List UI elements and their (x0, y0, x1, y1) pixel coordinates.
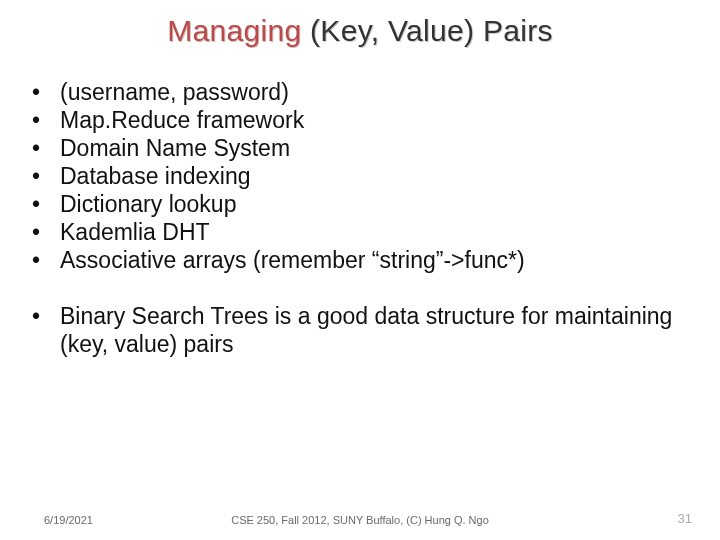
bullet-icon: • (30, 218, 60, 246)
title-accent: Managing (167, 14, 310, 47)
list-item: •Dictionary lookup (30, 190, 690, 218)
footer-course: CSE 250, Fall 2012, SUNY Buffalo, (C) Hu… (0, 514, 720, 526)
list-item: •Kademlia DHT (30, 218, 690, 246)
bullet-icon: • (30, 78, 60, 106)
bullet-text: Map.Reduce framework (60, 106, 304, 134)
list-item: •Database indexing (30, 162, 690, 190)
slide: Managing (Key, Value) Pairs •(username, … (0, 0, 720, 540)
bullet-icon: • (30, 134, 60, 162)
footer-page-number: 31 (678, 511, 692, 526)
list-item: •(username, password) (30, 78, 690, 106)
slide-body: •(username, password) •Map.Reduce framew… (0, 48, 720, 358)
summary-text: Binary Search Trees is a good data struc… (60, 302, 690, 358)
bullet-text: Associative arrays (remember “string”->f… (60, 246, 525, 274)
bullet-icon: • (30, 162, 60, 190)
bullet-icon: • (30, 190, 60, 218)
slide-title: Managing (Key, Value) Pairs (0, 0, 720, 48)
bullet-text: Dictionary lookup (60, 190, 236, 218)
bullet-icon: • (30, 302, 60, 330)
list-item: •Map.Reduce framework (30, 106, 690, 134)
list-item: •Associative arrays (remember “string”->… (30, 246, 690, 274)
bullet-text: Kademlia DHT (60, 218, 210, 246)
bullet-text: Domain Name System (60, 134, 290, 162)
summary-item: • Binary Search Trees is a good data str… (30, 302, 690, 358)
bullet-list: •(username, password) •Map.Reduce framew… (30, 78, 690, 274)
bullet-icon: • (30, 246, 60, 274)
bullet-text: Database indexing (60, 162, 251, 190)
bullet-text: (username, password) (60, 78, 289, 106)
list-item: •Domain Name System (30, 134, 690, 162)
bullet-icon: • (30, 106, 60, 134)
title-rest: (Key, Value) Pairs (310, 14, 553, 47)
